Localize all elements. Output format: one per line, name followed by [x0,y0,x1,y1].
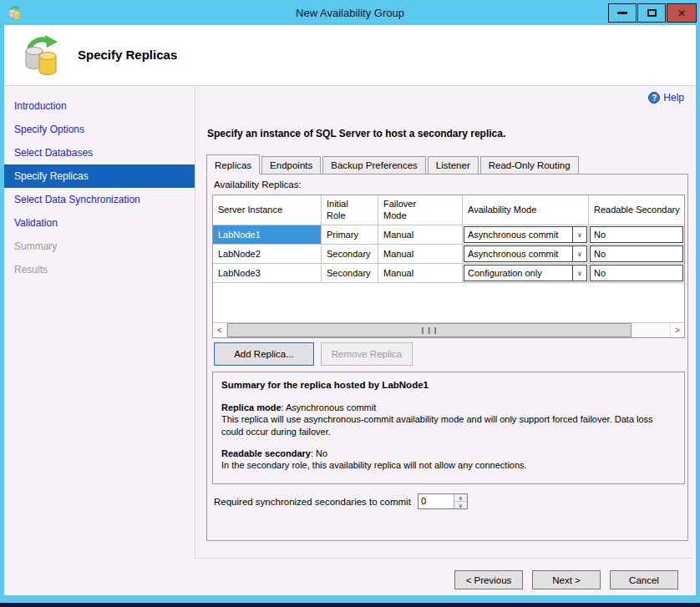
cell-readable-secondary: No [589,245,684,263]
grid-header-row: Server Instance Initial Role Failover Mo… [213,195,684,225]
sidebar-item-summary: Summary [4,235,195,258]
col-header-readable-secondary[interactable]: Readable Secondary [589,195,684,225]
cell-readable-secondary: No [589,264,684,282]
scrollbar-thumb[interactable]: ❙❙❙ [227,323,632,337]
scrollbar-grip-icon: ❙❙❙ [419,327,439,334]
footer-divider [195,558,692,559]
help-label: Help [663,92,684,104]
col-header-availability-mode[interactable]: Availability Mode [463,195,589,225]
maximize-icon [647,9,657,17]
cell-server-instance[interactable]: LabNode3 [213,264,322,282]
cell-availability-mode: Asynchronous commit ∨ [463,225,589,244]
window-controls: ✕ [607,3,697,23]
cell-availability-mode: Configuration only ∨ [463,264,589,282]
sidebar-item-select-data-synchronization[interactable]: Select Data Synchronization [4,188,195,211]
grid-empty-area [213,283,684,322]
page-instruction: Specify an instance of SQL Server to hos… [207,128,505,139]
cell-failover-mode[interactable]: Manual [378,225,463,244]
chevron-down-icon: ∨ [572,227,586,242]
tab-endpoints[interactable]: Endpoints [261,156,321,174]
minimize-button[interactable] [608,3,637,23]
remove-replica-button: Remove Replica [321,342,413,366]
next-button[interactable]: Next > [532,570,601,589]
tab-listener[interactable]: Listener [428,156,479,174]
close-icon: ✕ [677,8,686,18]
cell-server-instance[interactable]: LabNode1 [213,225,322,244]
tab-backup-preferences[interactable]: Backup Preferences [322,156,426,174]
summary-title: Summary for the replica hosted by LabNod… [221,379,676,392]
availability-mode-dropdown[interactable]: Asynchronous commit ∨ [464,226,587,243]
grid-row-labnode3: LabNode3 Secondary Manual Configuration … [213,264,684,283]
summary-readable-secondary: Readable secondary: No In the secondary … [221,448,676,472]
summary-replica-mode: Replica mode: Asynchronous commit This r… [221,402,676,438]
readable-secondary-dropdown[interactable]: No [590,245,683,262]
cell-failover-mode[interactable]: Manual [378,264,463,282]
cancel-button[interactable]: Cancel [610,570,678,589]
summary-readable-secondary-desc: In the secondary role, this availability… [221,459,676,471]
cell-failover-mode[interactable]: Manual [378,245,463,263]
minimize-icon [617,12,627,14]
main-content: ? Help Specify an instance of SQL Server… [195,87,696,595]
cell-readable-secondary: No [589,225,684,244]
required-secondaries-label: Required synchronized secondaries to com… [214,497,411,507]
chevron-down-icon: ∨ [572,266,586,281]
close-button[interactable]: ✕ [667,3,697,23]
tab-replicas[interactable]: Replicas [206,154,260,175]
replicas-tab-panel: Availability Replicas: Server Instance I… [206,174,688,541]
stepper-down-icon[interactable]: ∨ [454,502,467,508]
cell-server-instance[interactable]: LabNode2 [213,245,322,263]
scroll-left-icon[interactable]: < [213,323,227,337]
scroll-right-icon[interactable]: > [670,323,684,337]
sidebar-item-validation[interactable]: Validation [4,211,195,235]
col-header-failover-mode[interactable]: Failover Mode [378,195,463,225]
tab-strip: Replicas Endpoints Backup Preferences Li… [206,154,581,174]
sidebar-item-specify-replicas[interactable]: Specify Replicas [4,164,195,188]
page-title: Specify Replicas [78,48,177,62]
stepper-up-icon[interactable]: ∧ [454,494,467,502]
stepper-value[interactable]: 0 [418,494,454,508]
help-link[interactable]: ? Help [648,92,684,104]
grid-row-labnode1: LabNode1 Primary Manual Asynchronous com… [213,225,684,245]
availability-replicas-label: Availability Replicas: [214,180,302,190]
dialog-window: New Availability Group ✕ Specif [0,0,700,603]
wizard-header: Specify Replicas [4,25,696,86]
sidebar-item-results: Results [4,258,195,281]
help-icon: ? [648,92,660,104]
cell-initial-role[interactable]: Secondary [322,264,378,282]
availability-replicas-grid: Server Instance Initial Role Failover Mo… [212,195,685,338]
titlebar: New Availability Group ✕ [0,0,700,25]
grid-horizontal-scrollbar[interactable]: < ❙❙❙ > [213,322,684,337]
required-secondaries-row: Required synchronized secondaries to com… [214,493,468,509]
sidebar-item-select-databases[interactable]: Select Databases [4,141,195,164]
add-replica-button[interactable]: Add Replica... [214,342,314,366]
cell-availability-mode: Asynchronous commit ∨ [463,245,589,263]
tab-read-only-routing[interactable]: Read-Only Routing [480,156,579,174]
sidebar-item-introduction[interactable]: Introduction [4,94,195,118]
replicas-page-icon [23,32,63,78]
chevron-down-icon: ∨ [572,246,586,261]
col-header-server-instance[interactable]: Server Instance [213,195,322,225]
replica-summary-box: Summary for the replica hosted by LabNod… [212,372,685,484]
availability-mode-dropdown[interactable]: Configuration only ∨ [464,265,587,281]
wizard-steps-sidebar: Introduction Specify Options Select Data… [4,87,195,595]
cell-initial-role[interactable]: Primary [322,225,378,244]
readable-secondary-dropdown[interactable]: No [590,226,683,243]
availability-mode-dropdown[interactable]: Asynchronous commit ∨ [464,245,587,262]
window-title: New Availability Group [0,7,700,19]
dialog-body: Specify Replicas Introduction Specify Op… [4,25,696,595]
readable-secondary-dropdown[interactable]: No [590,265,683,281]
desktop-background [0,603,700,607]
cell-initial-role[interactable]: Secondary [322,245,378,263]
col-header-initial-role[interactable]: Initial Role [322,195,378,225]
stepper-arrows: ∧ ∨ [454,494,467,508]
previous-button[interactable]: < Previous [454,570,523,589]
summary-replica-mode-desc: This replica will use asynchronous-commi… [221,413,676,438]
required-secondaries-stepper[interactable]: 0 ∧ ∨ [418,493,468,509]
maximize-button[interactable] [637,3,666,23]
grid-row-labnode2: LabNode2 Secondary Manual Asynchronous c… [213,245,684,264]
sidebar-item-specify-options[interactable]: Specify Options [4,118,195,141]
